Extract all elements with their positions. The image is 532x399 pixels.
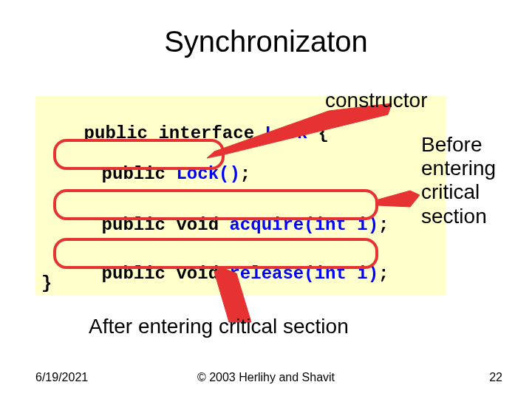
- outline-acquire: [53, 189, 378, 220]
- callout-before: Before entering critical section: [421, 133, 496, 228]
- code-identifier: Lock: [265, 123, 307, 143]
- outline-release: [53, 238, 378, 269]
- footer-copyright: © 2003 Herlihy and Shavit: [0, 371, 532, 384]
- code-kw: ;: [240, 164, 250, 184]
- slide-title: Synchronizaton: [0, 25, 532, 58]
- code-kw: {: [307, 123, 329, 143]
- code-kw: ;: [378, 264, 389, 284]
- footer-page-number: 22: [489, 371, 502, 384]
- callout-after: After entering critical section: [89, 315, 349, 338]
- outline-constructor: [53, 139, 225, 170]
- slide: Synchronizaton public interface Lock { p…: [0, 0, 532, 399]
- code-kw: ;: [378, 215, 389, 235]
- code-close: }: [41, 273, 52, 293]
- callout-constructor: constructor: [325, 89, 428, 112]
